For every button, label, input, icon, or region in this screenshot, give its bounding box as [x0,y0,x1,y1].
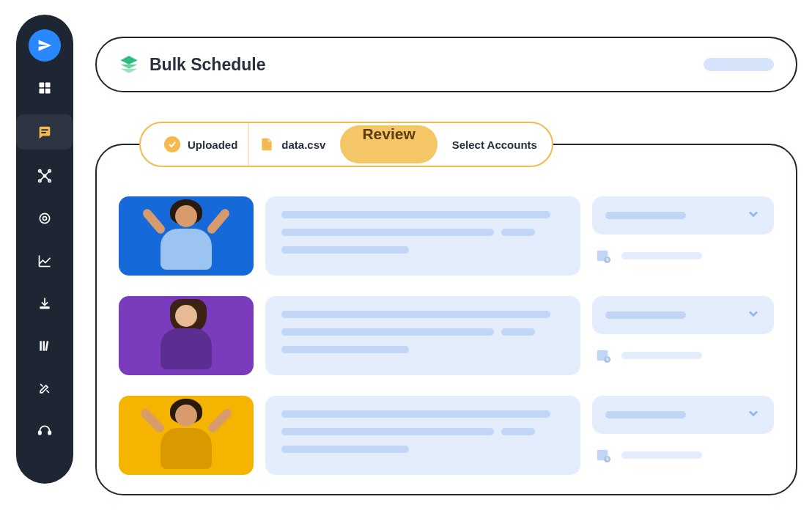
person-illustration [142,399,230,472]
sidebar-item-posts[interactable] [16,114,73,150]
check-icon [164,136,180,152]
text-line [281,410,550,418]
analytics-icon [37,254,52,268]
calendar-clock-icon [595,347,611,363]
svg-rect-5 [41,132,45,133]
dropdown-value-placeholder [605,212,686,219]
dropdown-value-placeholder [605,411,686,418]
schedule-indicator[interactable] [592,447,774,463]
svg-rect-24 [48,431,51,435]
text-line [281,446,409,453]
svg-point-16 [43,217,47,221]
text-line [501,428,535,435]
grid-icon [37,81,52,95]
tools-icon [37,381,52,396]
sidebar [16,15,73,484]
text-line [501,328,535,336]
text-line [281,229,494,236]
text-line [281,328,494,336]
posts-icon [37,124,53,140]
library-icon [37,339,52,353]
account-dropdown[interactable] [592,196,774,235]
page-header: Bulk Schedule [95,37,797,92]
svg-rect-20 [40,341,42,350]
svg-line-11 [40,171,45,176]
text-line [281,428,494,435]
calendar-clock-icon [595,248,611,264]
step-select-accounts-label: Select Accounts [452,139,537,151]
step-review[interactable]: Review [340,125,437,163]
svg-rect-19 [40,306,49,309]
step-review-label: Review [362,125,415,142]
step-file[interactable]: data.csv [249,123,336,166]
person-illustration [142,299,230,372]
svg-rect-3 [45,89,51,94]
svg-rect-1 [45,83,51,88]
schedule-indicator[interactable] [592,347,774,363]
target-icon [37,211,52,226]
svg-line-14 [45,176,50,181]
header-action-placeholder[interactable] [704,58,774,71]
chevron-down-icon [746,306,761,324]
sidebar-item-send[interactable] [29,29,61,62]
dropdown-value-placeholder [605,311,686,319]
person-illustration [142,199,230,273]
schedule-value-placeholder [621,352,702,359]
chevron-down-icon [746,406,761,424]
download-icon [37,296,52,311]
sidebar-item-network[interactable] [29,160,61,192]
step-file-label: data.csv [281,139,325,151]
post-row [119,396,774,475]
support-icon [37,424,52,438]
post-row [119,296,774,375]
svg-rect-21 [43,341,45,350]
svg-rect-22 [45,341,49,351]
post-side-controls [592,196,774,264]
post-side-controls [592,296,774,363]
svg-rect-23 [39,431,41,435]
account-dropdown[interactable] [592,296,774,334]
step-uploaded-label: Uploaded [188,139,237,151]
text-line [281,311,550,318]
text-line [501,229,535,236]
schedule-indicator[interactable] [592,248,774,264]
svg-rect-4 [41,129,48,130]
calendar-clock-icon [595,447,611,463]
page-title: Bulk Schedule [150,55,265,75]
post-thumbnail[interactable] [119,296,254,375]
post-thumbnail[interactable] [119,196,254,276]
post-rows [119,196,774,475]
sidebar-item-target[interactable] [29,202,61,235]
schedule-value-placeholder [621,252,702,259]
review-panel [95,144,797,495]
post-row [119,196,774,276]
sidebar-item-grid[interactable] [29,72,61,104]
text-line [281,346,409,353]
sidebar-item-analytics[interactable] [29,245,61,277]
text-line [281,246,409,254]
post-thumbnail[interactable] [119,396,254,475]
file-icon [259,136,274,152]
post-caption-placeholder[interactable] [265,396,580,475]
send-icon [37,38,52,53]
schedule-value-placeholder [621,451,702,459]
post-caption-placeholder[interactable] [265,296,580,375]
sidebar-item-download[interactable] [29,287,61,320]
step-select-accounts[interactable]: Select Accounts [442,123,547,166]
sidebar-item-tools[interactable] [29,372,61,405]
step-uploaded[interactable]: Uploaded [154,123,249,166]
sidebar-item-library[interactable] [29,330,61,362]
svg-line-13 [40,176,45,181]
chevron-down-icon [746,207,761,224]
post-caption-placeholder[interactable] [265,196,580,276]
svg-rect-2 [40,89,45,94]
stack-icon [119,54,139,75]
network-icon [37,169,52,183]
svg-line-12 [45,171,50,176]
steps-bar: Uploaded data.csv Review Select Accounts [139,122,553,167]
svg-point-15 [40,213,49,223]
svg-rect-0 [40,83,45,88]
post-side-controls [592,396,774,463]
sidebar-item-support[interactable] [29,415,61,447]
account-dropdown[interactable] [592,396,774,434]
